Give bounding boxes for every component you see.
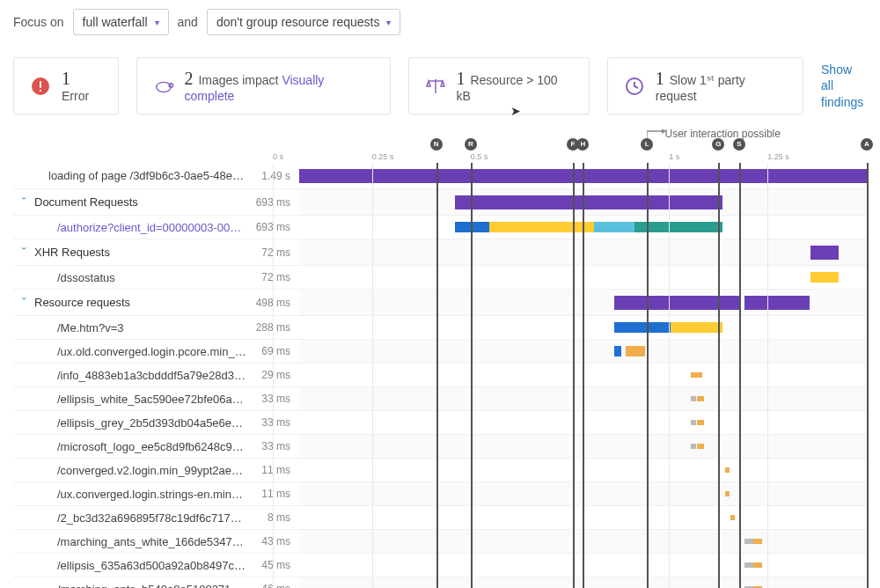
timing-bar[interactable] — [455, 222, 489, 232]
row-duration: 46 ms — [246, 583, 299, 588]
request-row[interactable]: /ellipsis_white_5ac590ee72bfe06a7cecfd7.… — [13, 387, 867, 411]
user-interaction-arrow-icon — [647, 129, 669, 140]
waterfall-rows: loading of page /3df9b6c3-0ae5-48e5-b...… — [13, 163, 867, 588]
time-ruler: 0 s0.25 s0.5 s1 s1.25 s — [273, 152, 867, 163]
row-label: XHR Requests — [34, 246, 110, 259]
row-chart[interactable] — [299, 316, 867, 339]
timing-bar[interactable] — [671, 322, 722, 333]
timeline-marker-a[interactable]: A — [861, 138, 873, 151]
request-row[interactable]: /Me.htm?v=3288 ms — [13, 316, 867, 340]
finding-slow[interactable]: 1 Slow 1ˢᵗ party request — [607, 57, 803, 114]
chevron-down-icon[interactable]: › — [19, 298, 29, 308]
timing-bar[interactable] — [810, 246, 839, 260]
row-chart[interactable] — [299, 163, 867, 188]
finding-text: 2 Images impact Visually complete — [185, 69, 374, 103]
row-chart[interactable] — [299, 239, 867, 265]
timeline-marker-r[interactable]: R — [465, 138, 477, 151]
timing-bar[interactable] — [730, 515, 735, 520]
request-row[interactable]: /ellipsis_635a63d500a92a0b8497cdc58d0...… — [13, 554, 867, 577]
row-chart[interactable] — [299, 435, 867, 458]
request-row[interactable]: /dssostatus72 ms — [13, 266, 867, 290]
row-chart[interactable] — [299, 290, 867, 315]
time-tick: 1.25 s — [767, 152, 789, 161]
timing-bar[interactable] — [594, 222, 634, 232]
row-chart[interactable] — [299, 554, 867, 577]
timing-bar[interactable] — [744, 296, 810, 310]
timing-bar[interactable] — [753, 539, 762, 544]
row-duration: 498 ms — [246, 297, 299, 309]
timeline-header: User interaction possible 0 s0.25 s0.5 s… — [273, 136, 867, 163]
request-row[interactable]: /ux.old.converged.login.pcore.min_kihoin… — [13, 340, 867, 364]
timeline-marker-g[interactable]: G — [712, 138, 724, 151]
group-dropdown[interactable]: don't group resource requests ▾ — [207, 9, 401, 35]
request-row[interactable]: /ux.converged.login.strings-en.min_kfz0t… — [13, 482, 867, 506]
row-label: Resource requests — [34, 296, 130, 309]
timing-bar[interactable] — [725, 467, 730, 473]
row-chart[interactable] — [299, 577, 867, 588]
row-chart[interactable] — [299, 340, 867, 363]
group-row[interactable]: ›XHR Requests72 ms — [13, 239, 867, 266]
request-row[interactable]: /microsoft_logo_ee5c8d9fb6248c938fd0d...… — [13, 435, 867, 459]
chevron-down-icon[interactable]: › — [19, 247, 29, 258]
timing-bar[interactable] — [810, 272, 839, 283]
row-chart[interactable] — [299, 387, 867, 410]
request-row[interactable]: /info_4883eb1a3cbdddf5a79e28d320cfe5...2… — [13, 364, 867, 387]
chevron-down-icon[interactable]: › — [19, 197, 29, 208]
timing-bar[interactable] — [614, 346, 621, 356]
timing-bar[interactable] — [691, 372, 702, 378]
timeline-marker-s[interactable]: S — [733, 138, 745, 151]
timing-bar[interactable] — [744, 562, 753, 568]
timing-bar[interactable] — [744, 539, 753, 544]
timing-bar[interactable] — [299, 169, 867, 183]
row-chart[interactable] — [299, 266, 867, 289]
row-chart[interactable] — [299, 482, 867, 505]
timing-bar[interactable] — [489, 222, 594, 232]
row-label: /ellipsis_635a63d500a92a0b8497cdc58d0... — [57, 559, 246, 572]
timing-bar[interactable] — [697, 420, 704, 425]
row-duration: 69 ms — [246, 345, 299, 357]
timeline-marker-n[interactable]: N — [430, 138, 443, 151]
row-label: /ellipsis_white_5ac590ee72bfe06a7cecfd7.… — [57, 393, 246, 406]
finding-text: 1 Resource > 100 kB — [457, 69, 573, 103]
group-row[interactable]: ›Document Requests693 ms — [13, 189, 867, 216]
row-chart[interactable] — [299, 364, 867, 386]
finding-error[interactable]: 1 Error — [13, 57, 119, 114]
row-duration: 33 ms — [246, 440, 299, 452]
scale-icon — [425, 76, 446, 97]
request-row[interactable]: /marching_ants_white_166de53471265253...… — [13, 530, 867, 554]
request-row[interactable]: /converged.v2.login.min_99ypt2ae9l1eaa2.… — [13, 459, 867, 482]
row-chart[interactable] — [299, 216, 867, 239]
timing-bar[interactable] — [626, 346, 646, 356]
timing-bar[interactable] — [697, 444, 704, 449]
timing-bar[interactable] — [614, 322, 671, 333]
row-chart[interactable] — [299, 411, 867, 434]
request-row[interactable]: /ellipsis_grey_2b5d393db04a5e6e1f739cb..… — [13, 411, 867, 435]
timing-bar[interactable] — [634, 222, 722, 232]
timing-bar[interactable] — [455, 195, 722, 209]
row-chart[interactable] — [299, 459, 867, 481]
timing-bar[interactable] — [753, 562, 762, 568]
time-tick: 0.25 s — [372, 152, 394, 161]
focus-dropdown[interactable]: full waterfall ▾ — [73, 9, 169, 35]
timing-bar[interactable] — [725, 491, 730, 496]
row-duration: 45 ms — [246, 559, 299, 571]
error-icon — [30, 76, 51, 97]
page-row[interactable]: loading of page /3df9b6c3-0ae5-48e5-b...… — [13, 163, 867, 189]
row-chart[interactable] — [299, 506, 867, 529]
timeline-marker-l[interactable]: L — [641, 138, 653, 151]
request-row[interactable]: /authorize?client_id=00000003-0000-0f...… — [13, 216, 867, 239]
show-all-findings-link[interactable]: Show all findings — [821, 62, 867, 110]
row-chart[interactable] — [299, 530, 867, 553]
timing-bar[interactable] — [614, 296, 739, 310]
timeline-marker-h[interactable]: H — [576, 138, 589, 151]
request-row[interactable]: /marching_ants_b540a8e518037192e32c4f...… — [13, 577, 867, 588]
row-chart[interactable] — [299, 189, 867, 215]
waterfall-timeline: User interaction possible 0 s0.25 s0.5 s… — [13, 136, 867, 588]
finding-resource[interactable]: 1 Resource > 100 kB — [408, 57, 590, 114]
finding-images[interactable]: 2 Images impact Visually complete — [136, 57, 391, 114]
request-row[interactable]: /2_bc3d32a696895f78c19df6c717586a5d.s...… — [13, 506, 867, 530]
group-row[interactable]: ›Resource requests498 ms — [13, 290, 867, 316]
timing-bar[interactable] — [697, 396, 704, 401]
time-tick: 1 s — [669, 152, 679, 161]
group-dropdown-value: don't group resource requests — [216, 15, 380, 29]
